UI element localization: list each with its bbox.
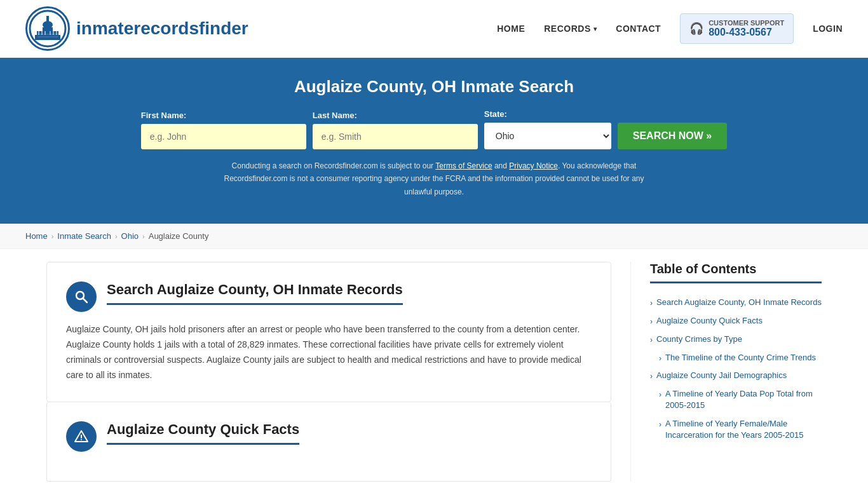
toc-arrow-3: › (650, 335, 653, 346)
nav-records[interactable]: RECORDS ▾ (544, 24, 597, 34)
section2-title-area: Auglaize County Quick Facts (107, 421, 299, 445)
customer-support-info: CUSTOMER SUPPORT 800-433-0567 (709, 19, 784, 38)
facts-section-icon (66, 421, 97, 452)
section1-title: Search Auglaize County, OH Inmate Record… (107, 281, 403, 305)
section1-body: Auglaize County, OH jails hold prisoners… (66, 322, 592, 383)
svg-rect-2 (37, 31, 58, 36)
logo-text: inmaterecordsfinder (76, 18, 248, 39)
toc-item-7[interactable]: › A Timeline of Yearly Female/Male Incar… (650, 415, 822, 444)
section-quick-facts: Auglaize County Quick Facts (46, 402, 611, 482)
section2-title: Auglaize County Quick Facts (107, 421, 299, 445)
breadcrumb-ohio[interactable]: Ohio (121, 231, 139, 241)
toc-container: Table of Contents › Search Auglaize Coun… (650, 262, 822, 444)
toc-item-4[interactable]: › The Timeline of the County Crime Trend… (650, 349, 822, 367)
svg-rect-5 (46, 16, 49, 25)
toc-arrow-2: › (650, 316, 653, 327)
svg-line-15 (83, 299, 87, 302)
svg-point-18 (81, 439, 82, 440)
section1-header: Search Auglaize County, OH Inmate Record… (66, 281, 592, 312)
privacy-link[interactable]: Privacy Notice (509, 161, 558, 170)
nav-contact[interactable]: CONTACT (616, 24, 661, 34)
state-select[interactable]: Ohio Alabama Alaska Arizona California F… (484, 123, 611, 149)
logo-icon (25, 6, 70, 51)
content-right: Table of Contents › Search Auglaize Coun… (631, 262, 822, 482)
toc-item-1[interactable]: › Search Auglaize County, OH Inmate Reco… (650, 294, 822, 312)
terms-link[interactable]: Terms of Service (435, 161, 492, 170)
breadcrumb-county: Auglaize County (149, 231, 209, 241)
state-label: State: (484, 109, 611, 119)
last-name-label: Last Name: (313, 111, 478, 120)
last-name-group: Last Name: (313, 111, 478, 149)
breadcrumb-sep-1: › (51, 233, 54, 240)
svg-rect-1 (35, 35, 60, 40)
toc-item-2[interactable]: › Auglaize County Quick Facts (650, 312, 822, 330)
toc-item-6[interactable]: › A Timeline of Yearly Data Pop Total fr… (650, 385, 822, 414)
main-nav: HOME RECORDS ▾ CONTACT 🎧 CUSTOMER SUPPOR… (497, 13, 843, 44)
hero-section: Auglaize County, OH Inmate Search First … (0, 58, 868, 224)
nav-login[interactable]: LOGIN (813, 24, 843, 34)
breadcrumb: Home › Inmate Search › Ohio › Auglaize C… (0, 224, 868, 249)
toc-item-3-label: County Crimes by Type (656, 334, 742, 345)
search-form: First Name: Last Name: State: Ohio Alaba… (25, 109, 843, 149)
breadcrumb-sep-3: › (142, 233, 145, 240)
search-button[interactable]: SEARCH NOW » (618, 123, 727, 149)
toc-item-7-label: A Timeline of Yearly Female/Male Incarce… (665, 418, 822, 441)
toc-arrow-5: › (650, 371, 653, 382)
breadcrumb-home[interactable]: Home (25, 231, 48, 241)
customer-support-box: 🎧 CUSTOMER SUPPORT 800-433-0567 (680, 13, 794, 44)
state-group: State: Ohio Alabama Alaska Arizona Calif… (484, 109, 611, 149)
section1-title-area: Search Auglaize County, OH Inmate Record… (107, 281, 403, 305)
toc-item-5-label: Auglaize County Jail Demographics (656, 370, 787, 381)
headphone-icon: 🎧 (689, 22, 703, 36)
toc-item-4-label: The Timeline of the County Crime Trends (665, 352, 816, 363)
nav-home[interactable]: HOME (497, 24, 525, 34)
section2-header: Auglaize County Quick Facts (66, 421, 592, 452)
toc-title: Table of Contents (650, 262, 822, 283)
hero-title: Auglaize County, OH Inmate Search (25, 77, 843, 97)
toc-arrow-4: › (659, 353, 661, 364)
toc-item-2-label: Auglaize County Quick Facts (656, 315, 763, 327)
site-header: inmaterecordsfinder HOME RECORDS ▾ CONTA… (0, 0, 868, 58)
toc-item-5[interactable]: › Auglaize County Jail Demographics (650, 367, 822, 385)
breadcrumb-sep-2: › (115, 233, 118, 240)
toc-arrow-1: › (650, 298, 653, 309)
logo-area: inmaterecordsfinder (25, 6, 248, 51)
section-inmate-records: Search Auglaize County, OH Inmate Record… (46, 262, 611, 402)
toc-arrow-7: › (659, 419, 661, 430)
last-name-input[interactable] (313, 124, 478, 149)
breadcrumb-inmate-search[interactable]: Inmate Search (57, 231, 111, 241)
chevron-down-icon: ▾ (593, 25, 597, 32)
toc-item-1-label: Search Auglaize County, OH Inmate Record… (656, 297, 822, 308)
content-left: Search Auglaize County, OH Inmate Record… (46, 262, 631, 482)
toc-item-3[interactable]: › County Crimes by Type (650, 330, 822, 349)
toc-arrow-6: › (659, 390, 661, 400)
first-name-group: First Name: (141, 111, 306, 149)
toc-item-6-label: A Timeline of Yearly Data Pop Total from… (665, 388, 822, 411)
first-name-input[interactable] (141, 124, 306, 149)
search-section-icon (66, 281, 97, 312)
first-name-label: First Name: (141, 111, 306, 120)
main-content: Search Auglaize County, OH Inmate Record… (21, 249, 847, 488)
hero-disclaimer: Conducting a search on Recordsfinder.com… (212, 159, 656, 198)
